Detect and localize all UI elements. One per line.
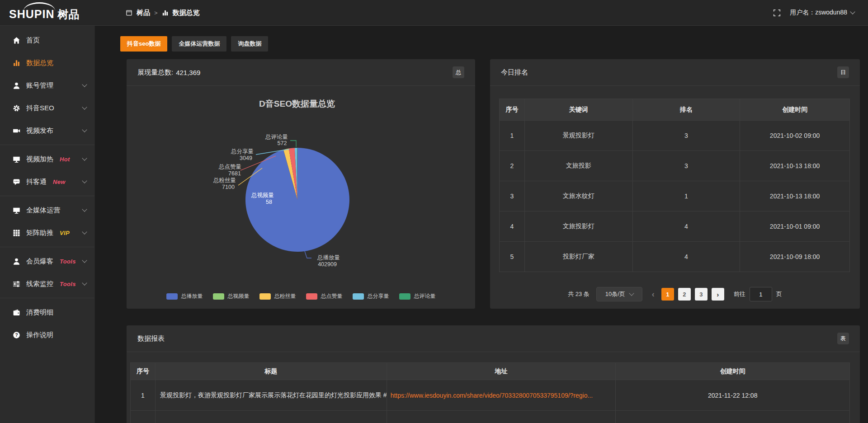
sidebar: 首页 数据总览 账号管理 抖音SEO 视频发布 (0, 25, 95, 423)
legend-label: 总粉丝量 (274, 292, 296, 300)
user-menu[interactable]: 用户名：zswodun88 (790, 9, 854, 17)
next-page-button[interactable]: › (712, 288, 724, 301)
page-button[interactable]: 2 (678, 288, 691, 301)
pie-label-shares-name: 总分享量 (231, 148, 254, 155)
chevron-down-icon (82, 207, 87, 212)
legend-item[interactable]: 总点赞量 (306, 292, 343, 300)
legend-item[interactable]: 总分享量 (353, 292, 389, 300)
tab[interactable]: 全媒体运营数据 (172, 36, 226, 52)
legend-item[interactable]: 总播放量 (166, 292, 203, 300)
table-cell: 文旅水纹灯 (525, 181, 633, 212)
sidebar-item[interactable]: 视频发布 (0, 119, 94, 142)
sidebar-item-label: 数据总览 (26, 59, 53, 67)
data-report-panel: 数据报表 表 序号 标题 地址 创建时间 1 景观投影灯，夜游景观投影灯厂家展示… (127, 325, 860, 423)
sidebar-item-badge: VIP (60, 230, 70, 236)
table-cell: 投影灯厂家 (525, 242, 633, 272)
goto-page-input[interactable] (750, 287, 772, 301)
sidebar-item[interactable]: 首页 (0, 29, 94, 52)
column-header: 创建时间 (616, 363, 850, 380)
legend-swatch (259, 293, 271, 300)
page-button[interactable]: 1 (661, 288, 674, 301)
pie-label-videos-name: 总视频量 (251, 192, 274, 198)
sidebar-item-label: 线索监控 (26, 280, 53, 288)
table-cell: 文旅投影 (525, 151, 633, 181)
sidebar-item[interactable]: 操作说明 (0, 324, 94, 346)
table-header-row: 序号 标题 地址 创建时间 (131, 363, 850, 380)
table-cell: 景观投影灯 (525, 121, 633, 151)
sidebar-divider (0, 145, 94, 145)
chevron-down-icon (82, 258, 87, 263)
sidebar-item-badge: Tools (60, 281, 76, 287)
gear-icon (13, 104, 20, 112)
table-badge-button[interactable]: 表 (837, 333, 849, 344)
sidebar-item[interactable]: 全媒体运营 (0, 199, 94, 221)
report-table: 序号 标题 地址 创建时间 1 景观投影灯，夜游景观投影灯厂家展示展示落花灯在花… (130, 362, 850, 423)
bar-chart-icon (13, 59, 20, 67)
sidebar-item-badge: Tools (60, 258, 76, 265)
table-cell: 4 (633, 212, 741, 242)
sidebar-item[interactable]: 消费明细 (0, 301, 94, 324)
legend-item[interactable]: 总粉丝量 (259, 292, 296, 300)
table-body: 1 景观投影灯，夜游景观投影灯厂家展示展示落花灯在花园里的灯光投影应用效果 # … (131, 380, 850, 411)
chart-legend: 总播放量 总视频量 总粉丝量 总点赞量 总分享量 (127, 292, 475, 300)
sidebar-item[interactable]: 账号管理 (0, 74, 94, 97)
pie-label-comments-name: 总评论量 (265, 134, 288, 140)
chat-icon (13, 178, 20, 186)
sidebar-item-label: 操作说明 (26, 331, 53, 339)
sidebar-item[interactable]: 会员爆客 Tools (0, 250, 94, 273)
legend-swatch (213, 293, 224, 300)
chevron-down-icon (82, 280, 87, 285)
sidebar-item-label: 抖客通 (26, 178, 47, 186)
panel-header: 今日排名 日 (490, 59, 860, 86)
sidebar-divider (0, 247, 94, 247)
logo-text-en: SHUPIN (9, 9, 54, 25)
column-header: 标题 (156, 363, 387, 380)
sidebar-item-label: 账号管理 (26, 81, 53, 90)
user-icon (13, 82, 20, 89)
prev-page-icon[interactable]: ‹ (649, 290, 657, 299)
sidebar-item-label: 抖音SEO (26, 104, 54, 113)
sidebar-item[interactable]: 抖客通 New (0, 170, 94, 193)
tab[interactable]: 抖音seo数据 (120, 36, 167, 52)
goto-unit: 页 (776, 290, 782, 298)
table-cell: 1 (633, 181, 741, 212)
page-button[interactable]: 3 (695, 288, 708, 301)
table-row: 4文旅投影灯42021-10-01 09:00 (500, 212, 850, 242)
breadcrumb-item[interactable]: 树品 (137, 9, 150, 17)
legend-item[interactable]: 总视频量 (213, 292, 250, 300)
page-size-select[interactable]: 10条/页 (596, 287, 642, 301)
sidebar-item-label: 矩阵助推 (26, 229, 53, 237)
chevron-down-icon (82, 82, 87, 87)
sidebar-item[interactable]: 线索监控 Tools (0, 273, 94, 295)
pie-label-videos-value: 58 (266, 199, 272, 205)
table-row: 2文旅投影32021-10-13 18:00 (500, 151, 850, 181)
table-cell: 1 (500, 121, 525, 151)
table-cell: 2021-10-13 18:00 (740, 181, 850, 212)
page-buttons: 123 (661, 288, 708, 301)
video-link[interactable]: https://www.iesdouyin.com/share/video/70… (387, 380, 616, 411)
fullscreen-icon[interactable] (773, 9, 781, 17)
day-badge-button[interactable]: 日 (837, 66, 849, 78)
table-row: 5投影灯厂家42021-10-09 18:00 (500, 242, 850, 272)
table-row: 3文旅水纹灯12021-10-13 18:00 (500, 181, 850, 212)
legend-item[interactable]: 总评论量 (399, 292, 436, 300)
sidebar-item[interactable]: 矩阵助推 VIP (0, 221, 94, 244)
wallet-icon (13, 309, 20, 316)
chevron-down-icon (82, 104, 87, 109)
total-badge-button[interactable]: 总 (453, 66, 464, 78)
panel-header: 展现量总数: 421,369 总 (127, 59, 475, 86)
pie-label-play-value: 402909 (318, 261, 337, 268)
sidebar-item[interactable]: 视频加热 Hot (0, 148, 94, 170)
pie-label-shares-value: 3049 (240, 155, 252, 161)
label-line-play (305, 251, 311, 258)
breadcrumb: 树品 > 数据总览 (126, 9, 200, 17)
tab[interactable]: 询盘数据 (231, 36, 268, 52)
chart-title: D音SEO数据量总览 (259, 99, 335, 108)
panel-title: 今日排名 (501, 68, 528, 77)
video-icon (13, 127, 20, 135)
sidebar-item[interactable]: 抖音SEO (0, 97, 94, 119)
home-icon (13, 37, 20, 44)
table-body: 1景观投影灯32021-10-02 09:00 2文旅投影32021-10-13… (500, 121, 850, 272)
table-cell: 4 (500, 212, 525, 242)
sidebar-item[interactable]: 数据总览 (0, 52, 94, 74)
